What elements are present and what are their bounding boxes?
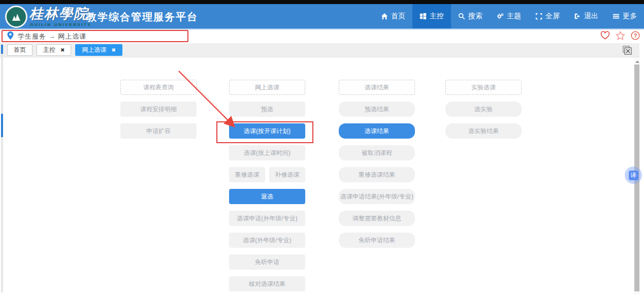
menu-button-makeup-selection[interactable]: 补修选课 <box>269 167 305 182</box>
tab-close-icon[interactable]: ✖ <box>60 47 65 53</box>
breadcrumb-row: 学生服务 → 网上选课 ? <box>0 29 644 43</box>
menu-button-select-experiment[interactable]: 选实验 <box>445 102 522 117</box>
nav-item-search[interactable]: 搜索 <box>451 4 490 28</box>
translate-icon: 译 <box>629 171 638 180</box>
star-icon[interactable] <box>616 31 625 42</box>
nav-label: 主题 <box>507 12 521 21</box>
scrollbar-up-arrow-icon[interactable] <box>635 60 639 63</box>
nav-label: 搜索 <box>468 12 482 21</box>
menu-button-verify-selection-result[interactable]: 核对选课结果 <box>229 276 305 291</box>
tab-bar: 首页 主控 ✖ 网上选课 ✖ <box>0 43 639 57</box>
home-icon <box>381 13 388 20</box>
menu-button-select-by-course-plan[interactable]: 选课(按开课计划) <box>229 123 305 139</box>
left-scroll-track[interactable] <box>1 43 3 292</box>
menu-button-cancelled-courses[interactable]: 被取消课程 <box>339 145 415 160</box>
menu-button-selection-apply-other-grade[interactable]: 选课申请(外年级/专业) <box>229 211 305 226</box>
nav-item-more[interactable]: 更多 <box>605 4 644 28</box>
nav-item-main-control[interactable]: 主控 <box>412 4 451 28</box>
search-icon <box>458 13 465 20</box>
help-icon[interactable]: ? <box>631 31 640 42</box>
svg-text:?: ? <box>634 32 637 39</box>
nav-item-home[interactable]: 首页 <box>374 4 412 28</box>
menu-button-exemption-apply[interactable]: 免听申请 <box>229 254 305 270</box>
heart-icon[interactable] <box>600 31 610 42</box>
location-pin-icon <box>7 31 14 42</box>
menu-column-4: 实验选课 选实验 选实验结果 <box>445 80 522 139</box>
menu-button-select-experiment-result[interactable]: 选实验结果 <box>445 123 522 139</box>
tab-online-course-selection[interactable]: 网上选课 ✖ <box>75 44 122 56</box>
fullscreen-icon <box>535 13 542 20</box>
menu-button-retake-selection-result[interactable]: 重修选课结果 <box>339 167 415 182</box>
menu-button-preselect-result[interactable]: 预选结果 <box>339 102 415 117</box>
nav-item-logout[interactable]: 退出 <box>567 4 605 28</box>
logo-chinese-name: 桂林學院 <box>29 5 88 23</box>
nav-label: 退出 <box>584 12 598 21</box>
nav-label: 全屏 <box>545 12 560 21</box>
top-black-bar <box>0 0 644 4</box>
nav-label: 首页 <box>391 12 405 21</box>
left-scroll-thumb[interactable] <box>1 114 3 137</box>
tab-label: 首页 <box>14 46 26 54</box>
menu-button-online-course-selection[interactable]: 网上选课 <box>229 80 305 95</box>
nav-label: 更多 <box>623 12 637 21</box>
page-title: 教学综合管理服务平台 <box>86 10 198 24</box>
tab-main-control[interactable]: 主控 ✖ <box>37 44 71 56</box>
nav-item-fullscreen[interactable]: 全屏 <box>528 4 567 28</box>
more-icon <box>613 13 620 20</box>
menu-column-3: 选课结果 预选结果 选课结果 被取消课程 重修选课结果 选课申请结果(外年级/专… <box>339 80 415 248</box>
menu-button-select-other-grade[interactable]: 选课(外年级/专业) <box>229 233 305 248</box>
tab-label: 网上选课 <box>82 46 106 54</box>
top-nav: 首页 主控 搜索 主题 全屏 退出 <box>374 4 644 28</box>
menu-button-select-by-class-time[interactable]: 选课(按上课时间) <box>229 145 305 160</box>
menu-button-course-timetable-query[interactable]: 课程表查询 <box>120 80 197 95</box>
nav-label: 主控 <box>430 12 444 21</box>
windows-icon <box>420 13 427 20</box>
menu-button-pair: 重修选课 补修选课 <box>229 167 305 182</box>
menu-column-1: 课程表查询 课程安排明细 申请扩容 <box>120 80 197 139</box>
menu-button-exemption-apply-result[interactable]: 免听申请结果 <box>339 233 415 248</box>
menu-button-withdraw-selection[interactable]: 退选 <box>229 189 305 204</box>
menu-button-experiment-selection[interactable]: 实验选课 <box>445 80 522 95</box>
menu-button-retake-selection[interactable]: 重修选课 <box>229 167 265 182</box>
tab-close-icon[interactable]: ✖ <box>111 47 115 53</box>
app-header: 桂林學院 GUILIN UNIVERSITY 教学综合管理服务平台 首页 主控 … <box>0 4 644 29</box>
app-window: 桂林學院 GUILIN UNIVERSITY 教学综合管理服务平台 首页 主控 … <box>0 0 644 295</box>
menu-button-course-arrangement-detail[interactable]: 课程安排明细 <box>120 102 197 117</box>
logo-english-name: GUILIN UNIVERSITY <box>30 22 92 27</box>
menu-button-preselect[interactable]: 预选 <box>229 102 305 117</box>
nav-item-theme[interactable]: 主题 <box>490 4 528 28</box>
menu-button-apply-capacity-expansion[interactable]: 申请扩容 <box>120 123 197 139</box>
tab-label: 主控 <box>43 46 55 54</box>
logo-emblem-icon <box>5 6 27 28</box>
menu-button-adjust-textbook-info[interactable]: 调整需要教材信息 <box>339 211 415 226</box>
left-scroll-thumb[interactable] <box>1 45 3 54</box>
translate-badge[interactable]: 译 <box>625 167 642 184</box>
university-logo <box>5 6 27 28</box>
breadcrumb: 学生服务 → 网上选课 <box>18 32 86 41</box>
close-all-tabs-icon[interactable] <box>623 46 632 55</box>
menu-column-2: 网上选课 预选 选课(按开课计划) 选课(按上课时间) 重修选课 补修选课 退选… <box>229 80 305 291</box>
tab-home[interactable]: 首页 <box>7 44 33 56</box>
menu-button-selection-apply-result-other-grade[interactable]: 选课申请结果(外年级/专业) <box>339 189 415 204</box>
gears-icon <box>497 13 504 20</box>
menu-button-selection-result-dashed[interactable]: 选课结果 <box>339 80 415 95</box>
logout-icon <box>574 13 581 20</box>
menu-button-selection-result[interactable]: 选课结果 <box>339 123 415 139</box>
